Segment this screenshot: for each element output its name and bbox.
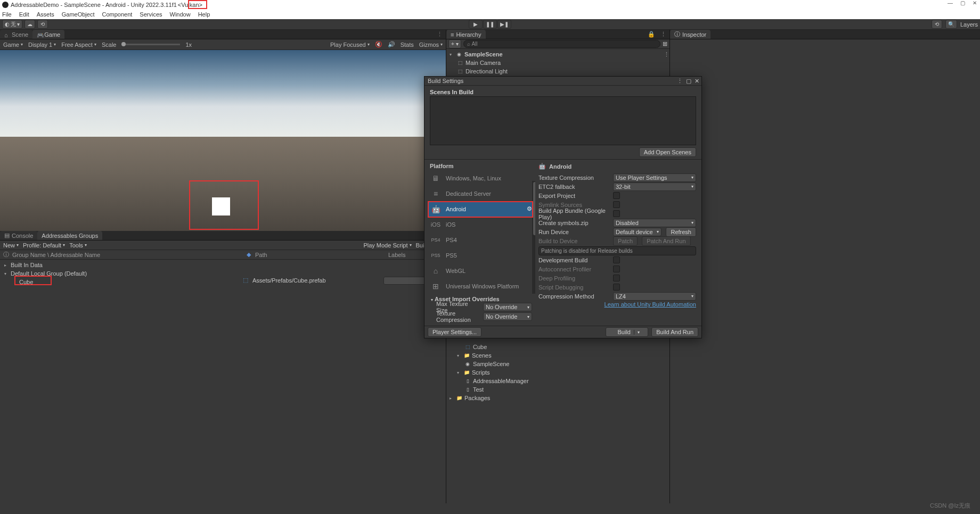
hierarchy-item-light[interactable]: ⬚Directional Light: [446, 67, 669, 76]
platform-ps4[interactable]: PS4PS4: [428, 232, 535, 247]
layers-dropdown[interactable]: Layers: [960, 21, 978, 28]
aspect-dropdown[interactable]: Free Aspect: [61, 42, 96, 48]
stats-toggle[interactable]: Stats: [401, 42, 414, 48]
minimize-icon[interactable]: —: [948, 0, 953, 6]
project-packages[interactable]: ▸📁Packages: [446, 394, 669, 402]
display-dropdown[interactable]: Display 1: [28, 42, 56, 48]
development-build-checkbox[interactable]: [613, 256, 620, 263]
platform-ios[interactable]: iOSiOS: [428, 217, 535, 232]
create-symbols-dropdown[interactable]: Disabled: [613, 219, 696, 227]
fold-icon[interactable]: ▾: [4, 271, 9, 276]
tab-hierarchy[interactable]: ≡Hierarchy: [446, 30, 486, 39]
create-dropdown[interactable]: + ▾: [448, 39, 461, 48]
platform-android[interactable]: 🤖Android⚙: [428, 201, 535, 217]
platform-windows[interactable]: 🖥Windows, Mac, Linux: [428, 170, 535, 186]
window-menu-icon[interactable]: ⋮: [677, 78, 683, 85]
tab-inspector[interactable]: ⓘInspector: [670, 30, 710, 39]
project-test[interactable]: ▯Test: [446, 385, 669, 394]
deep-profiling-checkbox[interactable]: [613, 275, 620, 281]
platform-dedicated-server[interactable]: ≡Dedicated Server: [428, 186, 535, 201]
max-texture-size-dropdown[interactable]: No Override: [483, 303, 532, 311]
tab-console[interactable]: ▤Console: [0, 231, 37, 240]
build-and-run-button[interactable]: Build And Run: [651, 327, 698, 337]
play-mode-script-dropdown[interactable]: Play Mode Script: [363, 242, 411, 248]
menu-help[interactable]: Help: [198, 11, 210, 18]
new-dropdown[interactable]: New: [3, 242, 19, 248]
project-scripts[interactable]: ▾📁Scripts: [446, 368, 669, 377]
step-button[interactable]: ▶❚: [497, 20, 511, 29]
autoconnect-profiler-checkbox[interactable]: [613, 266, 620, 272]
lock-icon[interactable]: 🔒: [646, 30, 657, 39]
hierarchy-item-camera[interactable]: ⬚Main Camera: [446, 59, 669, 67]
filter-icon[interactable]: ⊞: [663, 40, 667, 47]
project-cube[interactable]: ⬚Cube: [446, 343, 669, 351]
menu-assets[interactable]: Assets: [37, 11, 54, 18]
audio-icon[interactable]: 🔊: [388, 41, 395, 48]
player-settings-button[interactable]: Player Settings...: [428, 327, 481, 337]
pause-button[interactable]: ❚❚: [483, 20, 497, 29]
account-dropdown[interactable]: ◐ 无 ▾: [2, 20, 22, 29]
texture-compression-override-dropdown[interactable]: No Override: [483, 312, 532, 321]
addressable-cube[interactable]: Cube: [0, 278, 446, 286]
script-debugging-checkbox[interactable]: [613, 284, 620, 291]
cloud-button[interactable]: ☁: [24, 20, 35, 29]
scene-row[interactable]: ▾◉SampleScene⋮: [446, 50, 669, 59]
tab-menu-icon[interactable]: ⋮: [657, 30, 669, 39]
scenes-in-build-list[interactable]: [430, 96, 696, 145]
build-automation-link[interactable]: Learn about Unity Build Automation: [605, 301, 696, 308]
maximize-icon[interactable]: ▢: [686, 78, 691, 85]
tools-dropdown[interactable]: Tools: [69, 242, 87, 248]
play-focused-dropdown[interactable]: Play Focused: [330, 42, 370, 48]
add-open-scenes-button[interactable]: Add Open Scenes: [639, 147, 696, 157]
col-labels[interactable]: Labels: [388, 252, 405, 258]
mute-icon[interactable]: 🔇: [375, 41, 382, 48]
play-button[interactable]: ▶: [469, 20, 483, 29]
platform-webgl[interactable]: ⌂WebGL: [428, 263, 535, 278]
build-settings-titlebar[interactable]: Build Settings ⋮ ▢ ✕: [424, 77, 701, 86]
menu-window[interactable]: Window: [170, 11, 191, 18]
undo-history-icon[interactable]: ⟲: [932, 20, 942, 29]
hierarchy-search[interactable]: ⌕ All: [463, 40, 660, 48]
close-icon[interactable]: ✕: [695, 78, 699, 85]
search-icon[interactable]: 🔍: [945, 20, 957, 29]
col-name[interactable]: Group Name \ Addressable Name: [12, 252, 247, 258]
tab-game[interactable]: 🎮Game: [32, 30, 64, 39]
fold-icon[interactable]: ▸: [4, 263, 9, 268]
platform-ps5[interactable]: PS5PS5: [428, 247, 535, 263]
platform-uwp[interactable]: ⊞Universal Windows Platform: [428, 278, 535, 294]
project-scenes[interactable]: ▾📁Scenes: [446, 351, 669, 360]
labels-dropdown[interactable]: [383, 277, 430, 285]
history-button[interactable]: ⟲: [37, 20, 48, 29]
refresh-button[interactable]: Refresh: [666, 227, 696, 237]
tab-addressables-groups[interactable]: Addressables Groups: [37, 231, 102, 240]
group-default-local[interactable]: ▾Default Local Group (Default): [0, 269, 446, 278]
patch-button[interactable]: Patch: [613, 236, 638, 246]
project-addressablemanager[interactable]: ▯AddressableManager: [446, 377, 669, 385]
settings-icon[interactable]: ⚙: [527, 205, 532, 212]
info-icon[interactable]: ⓘ: [3, 251, 9, 259]
project-samplescene[interactable]: ◉SampleScene: [446, 360, 669, 368]
etc2-fallback-dropdown[interactable]: 32-bit: [613, 183, 696, 191]
scene-menu-icon[interactable]: ⋮: [664, 51, 669, 58]
maximize-icon[interactable]: ▢: [960, 0, 965, 6]
menu-services[interactable]: Services: [140, 11, 162, 18]
tab-scene[interactable]: ⌂Scene: [0, 30, 32, 39]
menu-gameobject[interactable]: GameObject: [62, 11, 95, 18]
menu-file[interactable]: File: [2, 11, 12, 18]
symlink-sources-checkbox[interactable]: [613, 201, 620, 208]
app-bundle-checkbox[interactable]: [613, 210, 620, 217]
patch-and-run-button[interactable]: Patch And Run: [642, 236, 690, 246]
menu-edit[interactable]: Edit: [19, 11, 29, 18]
build-button[interactable]: Build ▾: [606, 327, 648, 337]
scale-slider[interactable]: [121, 44, 180, 45]
export-project-checkbox[interactable]: [613, 192, 620, 199]
group-built-in-data[interactable]: ▸Built In Data: [0, 261, 446, 269]
run-device-dropdown[interactable]: Default device: [613, 228, 662, 236]
profile-dropdown[interactable]: Profile: Default: [23, 242, 65, 248]
tab-menu-icon[interactable]: ⋮: [434, 30, 446, 39]
texture-compression-dropdown[interactable]: Use Player Settings: [613, 173, 696, 182]
gizmos-dropdown[interactable]: Gizmos: [419, 42, 443, 48]
menu-component[interactable]: Component: [102, 11, 132, 18]
game-dropdown[interactable]: Game: [3, 42, 23, 48]
close-icon[interactable]: ✕: [973, 0, 977, 6]
